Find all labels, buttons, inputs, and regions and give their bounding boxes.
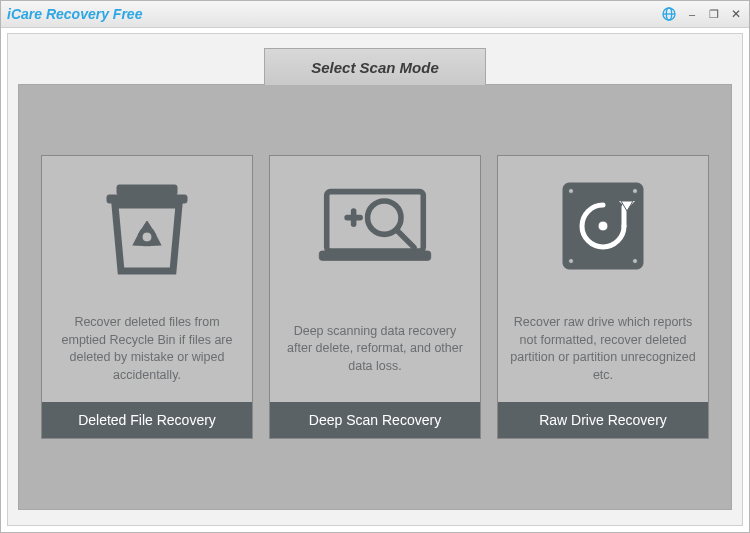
- card-button-label: Deep Scan Recovery: [309, 412, 441, 428]
- svg-rect-3: [117, 185, 177, 195]
- titlebar: iCare Recovery Free – ❐ ✕: [1, 1, 749, 28]
- svg-point-16: [633, 259, 638, 264]
- tab-label: Select Scan Mode: [311, 59, 439, 76]
- card-deleted-file-recovery[interactable]: Recover deleted files from emptied Recyc…: [41, 155, 253, 439]
- restore-button[interactable]: ❐: [707, 7, 721, 21]
- card-deep-scan-recovery[interactable]: Deep scanning data recovery after delete…: [269, 155, 481, 439]
- svg-line-9: [396, 230, 414, 248]
- recycle-bin-icon: [42, 156, 252, 296]
- body-area: Select Scan Mode: [7, 33, 743, 526]
- svg-point-15: [569, 259, 574, 264]
- window-controls: – ❐ ✕: [661, 6, 743, 22]
- card-description: Recover deleted files from emptied Recyc…: [42, 296, 252, 402]
- scan-mode-tab: Select Scan Mode: [264, 48, 486, 85]
- card-button-label: Deleted File Recovery: [78, 412, 216, 428]
- svg-rect-7: [319, 251, 430, 260]
- card-button-label: Raw Drive Recovery: [539, 412, 667, 428]
- app-window: iCare Recovery Free – ❐ ✕ Select Scan Mo…: [0, 0, 750, 533]
- svg-point-5: [142, 232, 152, 242]
- card-button[interactable]: Raw Drive Recovery: [498, 402, 708, 438]
- svg-point-18: [598, 221, 608, 231]
- svg-point-14: [633, 189, 638, 194]
- raw-drive-icon: [498, 156, 708, 296]
- svg-point-13: [569, 189, 574, 194]
- card-button[interactable]: Deep Scan Recovery: [270, 402, 480, 438]
- options-panel: Recover deleted files from emptied Recyc…: [18, 84, 732, 510]
- app-title: iCare Recovery Free: [7, 6, 661, 22]
- close-button[interactable]: ✕: [729, 7, 743, 21]
- card-description: Recover raw drive which reports not form…: [498, 296, 708, 402]
- card-button[interactable]: Deleted File Recovery: [42, 402, 252, 438]
- card-raw-drive-recovery[interactable]: Recover raw drive which reports not form…: [497, 155, 709, 439]
- globe-icon[interactable]: [661, 6, 677, 22]
- deep-scan-icon: [270, 156, 480, 296]
- minimize-button[interactable]: –: [685, 7, 699, 21]
- card-description: Deep scanning data recovery after delete…: [270, 296, 480, 402]
